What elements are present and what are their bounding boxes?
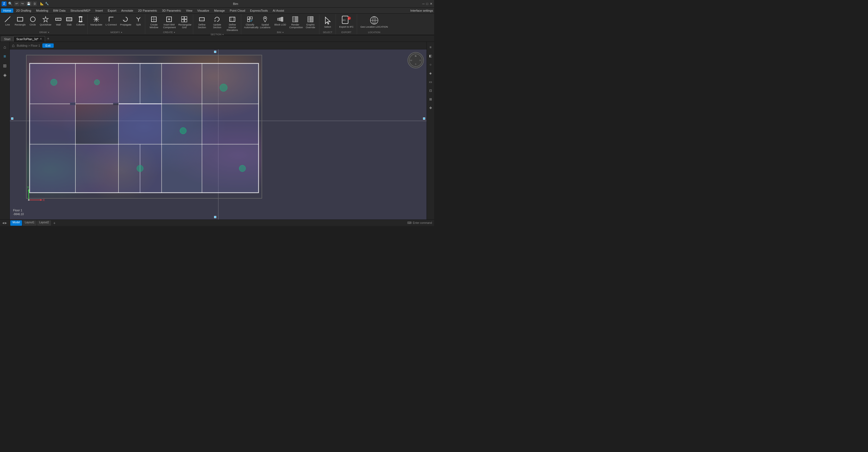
tool-classify-auto[interactable]: Classify Automatically bbox=[243, 14, 257, 30]
svg-text:Y: Y bbox=[27, 186, 29, 189]
right-btn-4[interactable]: ◈ bbox=[427, 69, 434, 77]
tool-rect-grid[interactable]: Rectangular Grid bbox=[177, 14, 191, 30]
tool-manipulate[interactable]: Manipulate bbox=[89, 14, 103, 27]
menu-3d-parametric[interactable]: 3D Parametric bbox=[160, 8, 183, 13]
tool-rectangle[interactable]: Rectangle bbox=[13, 14, 27, 27]
sidebar-library-btn[interactable]: ⊞ bbox=[1, 62, 9, 69]
tab-model[interactable]: Model bbox=[10, 220, 22, 226]
tool-line[interactable]: Line bbox=[3, 14, 12, 27]
menu-insert[interactable]: Insert bbox=[93, 8, 105, 13]
maximize-button[interactable]: □ bbox=[426, 2, 428, 6]
interface-settings[interactable]: Interface settings bbox=[410, 9, 433, 12]
tab-scantoPlan[interactable]: ScanToPlan_3d* ✕ bbox=[13, 36, 45, 41]
compass[interactable]: N S W E bbox=[407, 52, 424, 68]
right-btn-8[interactable]: ✥ bbox=[427, 104, 434, 112]
tool-define-interior[interactable]: Define Interior Elevations bbox=[225, 14, 239, 33]
tool-select[interactable]: Select bbox=[321, 14, 334, 29]
right-btn-2[interactable]: ◧ bbox=[427, 52, 434, 60]
menu-visualize[interactable]: Visualize bbox=[195, 8, 211, 13]
extra-icon-2[interactable]: 🔧 bbox=[45, 2, 49, 5]
tool-quickdraw[interactable]: Quickdraw bbox=[39, 14, 53, 27]
menu-home[interactable]: Home bbox=[1, 8, 13, 13]
counter-badge: 0 bbox=[33, 1, 37, 6]
section-dropdown-arrow[interactable]: ▾ bbox=[222, 33, 224, 36]
menu-export[interactable]: Export bbox=[105, 8, 119, 13]
tool-column[interactable]: Column bbox=[75, 14, 86, 27]
bim-dropdown-arrow[interactable]: ▾ bbox=[282, 31, 283, 34]
right-btn-1[interactable]: ≡ bbox=[427, 43, 434, 51]
tab-close-button[interactable]: ✕ bbox=[40, 37, 42, 41]
grip-right[interactable] bbox=[423, 118, 425, 120]
menu-modeling[interactable]: Modeling bbox=[34, 8, 51, 13]
menu-bim-data[interactable]: BIM Data bbox=[51, 8, 68, 13]
close-button[interactable]: ✕ bbox=[430, 2, 433, 6]
tab-layout1[interactable]: Layout1 bbox=[23, 220, 37, 226]
extra-icon-1[interactable]: 📐 bbox=[40, 2, 44, 5]
grip-left[interactable] bbox=[11, 118, 13, 120]
minimize-button[interactable]: ─ bbox=[422, 2, 425, 6]
menu-2d-drafting[interactable]: 2D Drafting bbox=[14, 8, 33, 13]
tool-split[interactable]: Split bbox=[133, 14, 143, 27]
define-interior-icon bbox=[228, 15, 236, 23]
draw-dropdown-arrow[interactable]: ▾ bbox=[48, 31, 49, 34]
layout-next-btn[interactable]: ▶ bbox=[5, 221, 7, 224]
right-btn-3[interactable]: ○ bbox=[427, 61, 434, 68]
nav-home-icon[interactable]: ⌂ bbox=[12, 43, 14, 48]
tool-insert-bim[interactable]: Insert BIM Component bbox=[162, 14, 176, 30]
menu-2d-parametric[interactable]: 2D Parametric bbox=[136, 8, 159, 13]
grip-top[interactable] bbox=[214, 51, 216, 53]
tool-circle[interactable]: Circle bbox=[28, 14, 38, 27]
viewport[interactable]: N S W E Floor 1 -9846.10 bbox=[10, 50, 427, 220]
redo-button[interactable]: ↪ bbox=[20, 1, 25, 6]
tool-wall[interactable]: Wall bbox=[54, 14, 63, 27]
tool-create-window[interactable]: Create Window bbox=[147, 14, 161, 30]
app-logo: Z bbox=[2, 1, 6, 6]
insert-bim-icon bbox=[165, 15, 173, 23]
tool-update-section[interactable]: Update Section bbox=[210, 14, 224, 30]
exit-button[interactable]: Exit bbox=[42, 43, 54, 48]
menu-annotate[interactable]: Annotate bbox=[119, 8, 135, 13]
tab-start[interactable]: Start bbox=[1, 36, 13, 41]
save-button[interactable]: 💾 bbox=[26, 1, 32, 6]
menu-manage[interactable]: Manage bbox=[212, 8, 227, 13]
tool-graphic-override[interactable]: Graphic Override bbox=[303, 14, 317, 30]
menu-view[interactable]: View bbox=[184, 8, 194, 13]
menu-express-tools[interactable]: ExpressTools bbox=[248, 8, 270, 13]
tool-render-composition[interactable]: Render Composition bbox=[288, 14, 302, 30]
menu-point-cloud[interactable]: Point Cloud bbox=[228, 8, 247, 13]
svg-rect-29 bbox=[278, 18, 280, 20]
undo-button[interactable]: ↩ bbox=[14, 1, 19, 6]
right-btn-5[interactable]: ▭ bbox=[427, 78, 434, 86]
sidebar-home-btn[interactable]: ⌂ bbox=[1, 43, 9, 51]
ribbon-group-create: Create Window Insert BIM Component Recta… bbox=[145, 14, 193, 34]
tool-lconnect[interactable]: L-Connect bbox=[104, 14, 118, 27]
tab-add-button[interactable]: + bbox=[45, 36, 52, 41]
layout-prev-btn[interactable]: ◀ bbox=[2, 221, 4, 224]
search-icon[interactable]: 🔍 bbox=[8, 2, 12, 6]
menu-structural[interactable]: Structural/MEP bbox=[68, 8, 93, 13]
tool-spatial-locations[interactable]: Spatial Locations bbox=[258, 14, 272, 30]
right-btn-6[interactable]: ⊡ bbox=[427, 87, 434, 94]
tool-geo-location[interactable]: Geo Location LOCATION bbox=[359, 14, 390, 29]
ribbon: Line Rectangle Circle Quickdraw bbox=[0, 13, 434, 35]
tab-layout2[interactable]: Layout2 bbox=[37, 220, 51, 226]
sidebar-layers-btn[interactable]: ≡ bbox=[1, 53, 9, 60]
svg-rect-6 bbox=[66, 18, 72, 21]
tool-export-ifc[interactable]: ! IFC Export to IFC bbox=[338, 14, 355, 29]
svg-rect-33 bbox=[296, 17, 298, 22]
tool-slab[interactable]: Slab bbox=[64, 14, 74, 27]
svg-rect-16 bbox=[182, 17, 184, 19]
right-btn-7[interactable]: ⊞ bbox=[427, 96, 434, 103]
floor-plan bbox=[26, 55, 262, 199]
tool-block-lod[interactable]: Block LOD bbox=[273, 14, 287, 27]
modify-dropdown-arrow[interactable]: ▾ bbox=[121, 31, 122, 34]
add-layout-btn[interactable]: + bbox=[52, 220, 57, 226]
tool-propagate[interactable]: Propagate bbox=[119, 14, 133, 27]
create-dropdown-arrow[interactable]: ▾ bbox=[174, 31, 175, 34]
grip-bottom[interactable] bbox=[214, 216, 216, 218]
menu-ai-assist[interactable]: AI Assist bbox=[271, 8, 286, 13]
elevation-value: -9846.10 bbox=[13, 213, 24, 216]
tool-define-section[interactable]: Define Section bbox=[195, 14, 209, 30]
sidebar-properties-btn[interactable]: ◈ bbox=[1, 71, 9, 79]
ribbon-group-section: Define Section Update Section Define Int… bbox=[193, 14, 241, 34]
